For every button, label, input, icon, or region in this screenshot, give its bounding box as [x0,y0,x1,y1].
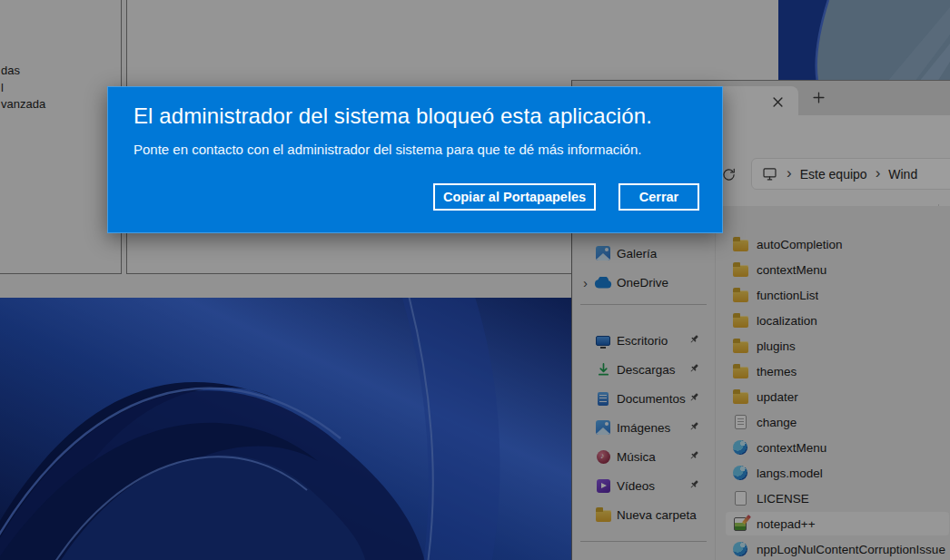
breadcrumb-chevron-icon: › [787,165,792,181]
new-tab-button[interactable] [807,87,830,107]
clipped-setting-text: vanzada [1,97,45,111]
file-name: updater [757,390,798,404]
file-name: autoCompletion [757,238,843,251]
this-pc-icon [761,165,778,182]
sidebar-item-onedrive[interactable]: › OneDrive [577,270,712,294]
downloads-icon [597,362,610,377]
file-name: langs.model [757,467,823,480]
sidebar-item-label: Escritorio [617,334,688,348]
wallpaper-bloom [0,298,571,560]
file-row[interactable]: langs.model [726,461,949,485]
close-dialog-button[interactable]: Cerrar [618,183,699,211]
folder-icon [733,265,748,277]
file-row[interactable]: LICENSE [726,486,949,510]
file-row[interactable]: contextMenu [726,258,949,281]
pane-divider [715,206,716,560]
gallery-icon [596,246,610,260]
text-document-icon [735,415,747,429]
file-name: change [757,416,797,429]
file-name: LICENSE [757,492,809,506]
folder-icon [733,341,748,353]
clipped-setting-text: das [1,64,20,77]
explorer-body: Galería › OneDrive Escritorio [572,206,950,560]
blank-file-icon [735,491,747,506]
file-name: contextMenu [757,263,826,277]
pin-icon [688,449,700,461]
sidebar-item-label: Nueva carpeta [617,508,712,522]
documents-icon [598,392,609,406]
file-row[interactable]: autoCompletion [726,232,949,256]
pin-icon [688,362,700,374]
sidebar-separator [580,541,707,542]
sidebar-item-label: Documentos [617,392,688,406]
copy-to-clipboard-button[interactable]: Copiar al Portapapeles [433,183,596,211]
sidebar-item-label: Música [617,450,688,464]
dialog-buttons: Copiar al Portapapeles Cerrar [433,183,699,211]
folder-icon [596,510,611,522]
file-name: localization [757,314,817,328]
folder-icon [733,392,748,404]
sidebar-item-documents[interactable]: Documentos [577,387,712,410]
file-row[interactable]: nppLogNulContentCorruptionIssue [726,537,949,560]
file-name: themes [757,365,797,378]
pin-icon [688,420,700,432]
close-tab-button[interactable] [767,93,787,111]
folder-icon [733,240,748,251]
sidebar-item-gallery[interactable]: Galería [577,241,712,265]
dialog-title: El administrador del sistema bloqueó est… [134,103,652,129]
edge-file-icon [733,440,747,455]
address-bar[interactable]: › Este equipo › Wind [751,158,950,190]
pin-icon [688,391,700,403]
file-name: contextMenu [757,441,826,455]
file-row[interactable]: contextMenu [726,436,949,459]
folder-icon [733,367,748,378]
folder-icon [733,316,748,328]
sidebar-item-label: Imágenes [617,421,688,435]
chevron-right-icon[interactable]: › [577,275,594,290]
sidebar-item-downloads[interactable]: Descargas [577,358,712,381]
sidebar-item-new-folder[interactable]: Nueva carpeta [577,503,712,526]
sidebar-item-desktop[interactable]: Escritorio [577,329,712,352]
clipped-setting-text: l [1,81,4,94]
file-row[interactable]: updater [726,385,949,408]
file-name: nppLogNulContentCorruptionIssue [757,543,945,556]
wallpaper-top-strip [778,0,950,82]
file-name: notepad++ [757,517,816,531]
breadcrumb-this-pc[interactable]: Este equipo [800,167,867,182]
sidebar-item-label: OneDrive [617,276,712,290]
close-icon [773,97,783,107]
desktop-icon [596,336,610,346]
file-row[interactable]: change [726,410,949,434]
screen: das l vanzada [0,0,950,560]
file-name: functionList [757,289,818,302]
pictures-icon [596,420,610,435]
sidebar-separator [580,304,707,305]
music-icon [597,450,610,464]
file-row[interactable]: localization [726,309,949,332]
file-row[interactable]: themes [726,359,949,383]
sidebar-item-label: Vídeos [617,479,688,493]
edge-file-icon [733,542,747,556]
sidebar-item-music[interactable]: Música [577,445,712,468]
breadcrumb-chevron-icon: › [876,165,881,181]
sidebar-item-label: Descargas [617,363,688,377]
videos-icon [597,479,610,493]
file-row[interactable]: plugins [726,334,949,358]
dialog-subtitle: Ponte en contacto con el administrador d… [134,142,641,157]
settings-left-panel: das l vanzada [0,0,122,274]
pin-icon [688,478,700,490]
file-row[interactable]: functionList [726,283,949,307]
plus-icon [813,92,825,103]
sidebar-item-pictures[interactable]: Imágenes [577,416,712,439]
sidebar-item-videos[interactable]: Vídeos [577,474,712,497]
pin-icon [688,333,700,345]
file-row-selected[interactable]: notepad++ [726,512,949,535]
folder-icon [733,290,748,302]
notepad-plus-plus-icon [734,517,747,531]
onedrive-cloud-icon [594,277,612,289]
file-name: plugins [757,339,796,353]
sidebar-item-label: Galería [617,247,712,260]
edge-file-icon [733,466,747,480]
breadcrumb-folder[interactable]: Wind [888,167,917,182]
smartscreen-dialog: El administrador del sistema bloqueó est… [107,86,723,233]
